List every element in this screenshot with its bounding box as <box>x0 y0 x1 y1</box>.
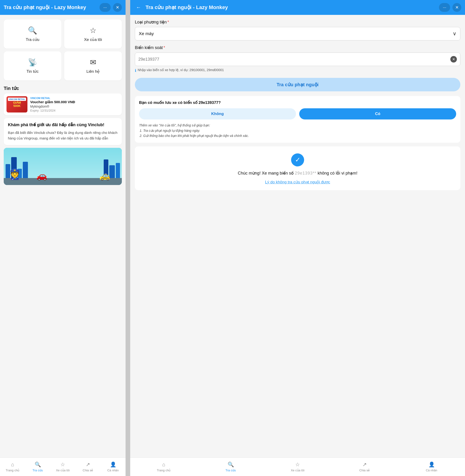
left-top-bar: Tra cứu phạt nguội - Lazy Monkey ··· ✕ <box>0 0 126 15</box>
no-button[interactable]: Không <box>139 108 296 119</box>
result-card: ✓ Chúc mừng! Xe mang biển số 29e1393** k… <box>135 146 460 190</box>
left-close-button[interactable]: ✕ <box>113 3 122 12</box>
share-icon: ↗ <box>86 462 90 468</box>
right-close-button[interactable]: ✕ <box>453 3 461 12</box>
star-nav-icon-right: ☆ <box>295 462 300 468</box>
panel-divider <box>126 0 130 476</box>
plate-label: Biển kiểm soát * <box>135 45 460 50</box>
save-prompt-title: Bạn có muốn lưu xe có biển số 29e139377? <box>139 100 456 105</box>
right-app-title: Tra cứu phạt nguội - Lazy Monkey <box>146 4 437 10</box>
right-nav-tra-cuu[interactable]: 🔍 Tra cứu <box>197 458 264 476</box>
icon-grid: 🔍 Tra cứu ☆ Xe của tôi 📡 Tin tức ✉ Liên … <box>0 15 126 82</box>
right-nav-trang-chu[interactable]: ⌂ Trang chủ <box>130 458 197 476</box>
grid-item-lien-he[interactable]: ✉ Liên hệ <box>64 51 122 80</box>
save-note-item-1: Tra cứu phạt nguội tự động hàng ngày. <box>143 128 456 133</box>
grid-label-tin-tuc: Tin tức <box>27 69 39 74</box>
grid-item-xe-cua-toi[interactable]: ☆ Xe của tôi <box>64 20 122 49</box>
article-headline: Khám phá thế giới ưu đãi hấp dẫn cùng Vi… <box>8 122 118 128</box>
left-nav-xe-cua-toi[interactable]: ☆ Xe của tôi <box>50 458 75 476</box>
right-bottom-nav: ⌂ Trang chủ 🔍 Tra cứu ☆ Xe của tôi ↗ Chi… <box>130 457 465 476</box>
vehicle-type-label: Loại phương tiện * <box>135 20 460 25</box>
policeman-icon: 👮 <box>8 168 21 180</box>
save-actions: Không Có <box>139 108 456 119</box>
car1-icon: 🚗 <box>36 171 47 181</box>
article-body: Bạn đã biết đến Vinclub chưa? Đây là ứng… <box>8 130 118 141</box>
person-icon: 👤 <box>110 462 116 468</box>
chevron-down-icon: ∨ <box>453 31 456 37</box>
plate-input[interactable] <box>138 57 450 62</box>
plate-hint: ℹ Nhập vào biển số xe hợp lệ, ví dụ: 29t… <box>135 68 460 73</box>
star-icon: ☆ <box>90 26 96 35</box>
grid-item-tra-cuu[interactable]: 🔍 Tra cứu <box>4 20 61 49</box>
save-note: Thêm xe vào "Xe của tôi", hệ thống sẽ gi… <box>139 123 456 138</box>
right-top-bar: ← Tra cứu phạt nguội - Lazy Monkey ··· ✕ <box>130 0 465 15</box>
home-icon: ⌂ <box>11 462 14 468</box>
save-note-item-2: Gửi thông báo cho bạn khi phát hiện phạt… <box>143 133 456 138</box>
mail-icon: ✉ <box>90 58 96 67</box>
result-text: Chúc mừng! Xe mang biển số 29e1393** khô… <box>139 170 456 176</box>
news-brand: VINCOM RETAIL <box>30 97 119 100</box>
info-icon: ℹ <box>135 68 136 73</box>
search-button[interactable]: Tra cứu phạt nguội <box>135 78 460 91</box>
left-nav-chia-se[interactable]: ↗ Chia sẻ <box>75 458 100 476</box>
right-panel-content: Loại phương tiện * Xe máy ∨ Biển kiểm so… <box>130 15 465 457</box>
banner-image: 👮 🚗 🚕 <box>4 148 122 185</box>
right-panel: ← Tra cứu phạt nguội - Lazy Monkey ··· ✕… <box>130 0 465 476</box>
left-panel-content: 🔍 Tra cứu ☆ Xe của tôi 📡 Tin tức ✉ Liên … <box>0 15 126 457</box>
left-more-button[interactable]: ··· <box>99 3 111 12</box>
left-app-title: Tra cứu phạt nguội - Lazy Monkey <box>4 4 97 10</box>
left-nav-trang-chu[interactable]: ⌂ Trang chủ <box>0 458 25 476</box>
plate-required-marker: * <box>163 45 165 50</box>
grid-label-tra-cuu: Tra cứu <box>26 37 40 42</box>
right-nav-xe-cua-toi[interactable]: ☆ Xe của tôi <box>264 458 331 476</box>
yes-button[interactable]: Có <box>299 108 456 119</box>
news-section-title: Tin tức <box>0 82 126 93</box>
left-nav-tra-cuu[interactable]: 🔍 Tra cứu <box>25 458 50 476</box>
grid-label-lien-he: Liên hệ <box>86 69 99 74</box>
right-more-button[interactable]: ··· <box>439 3 450 12</box>
news-subtitle: Mykingdom® <box>30 104 119 108</box>
right-nav-ca-nhan[interactable]: 👤 Cá nhân <box>398 458 465 476</box>
news-card[interactable]: VINCOM RETAIL GIẢM500K VINCOM RETAIL Vou… <box>4 93 122 115</box>
star-nav-icon: ☆ <box>61 462 65 468</box>
left-panel: Tra cứu phạt nguội - Lazy Monkey ··· ✕ 🔍… <box>0 0 126 476</box>
share-icon-right: ↗ <box>362 462 367 468</box>
clear-plate-button[interactable]: ✕ <box>450 56 457 62</box>
news-icon: 📡 <box>28 58 37 67</box>
news-meta: VINCOM RETAIL Voucher giảm 500.000 VNĐ M… <box>30 97 119 112</box>
search-nav-icon: 🔍 <box>35 462 41 468</box>
home-icon-right: ⌂ <box>162 462 165 468</box>
result-plate: 29e1393** <box>295 171 317 176</box>
result-link[interactable]: Lý do không tra cứu phạt nguội được <box>139 180 456 185</box>
news-expiry: Expiry: 12/31/2024 <box>30 109 119 112</box>
search-icon: 🔍 <box>28 26 37 35</box>
grid-item-tin-tuc[interactable]: 📡 Tin tức <box>4 51 61 80</box>
right-form-area: Loại phương tiện * Xe máy ∨ Biển kiểm so… <box>130 15 465 190</box>
search-nav-icon-right: 🔍 <box>228 462 234 468</box>
person-icon-right: 👤 <box>429 462 435 468</box>
back-button[interactable]: ← <box>134 3 143 12</box>
plate-input-wrapper: ✕ <box>135 52 460 66</box>
success-checkmark: ✓ <box>291 153 304 166</box>
vehicle-type-select[interactable]: Xe máy ∨ <box>135 27 460 41</box>
car2-icon: 🚕 <box>99 171 110 181</box>
left-nav-ca-nhan[interactable]: 👤 Cá nhân <box>100 458 126 476</box>
vehicle-type-value: Xe máy <box>139 31 453 36</box>
news-thumbnail: VINCOM RETAIL GIẢM500K <box>7 96 27 113</box>
right-nav-chia-se[interactable]: ↗ Chia sẻ <box>331 458 398 476</box>
article-card[interactable]: Khám phá thế giới ưu đãi hấp dẫn cùng Vi… <box>4 118 122 145</box>
save-prompt-card: Bạn có muốn lưu xe có biển số 29e139377?… <box>135 96 460 143</box>
banner-scene: 👮 🚗 🚕 <box>4 148 122 185</box>
left-bottom-nav: ⌂ Trang chủ 🔍 Tra cứu ☆ Xe của tôi ↗ Chi… <box>0 457 126 476</box>
vehicle-required-marker: * <box>167 20 169 25</box>
grid-label-xe-cua-toi: Xe của tôi <box>84 37 102 42</box>
news-title: Voucher giảm 500.000 VNĐ <box>30 100 119 104</box>
